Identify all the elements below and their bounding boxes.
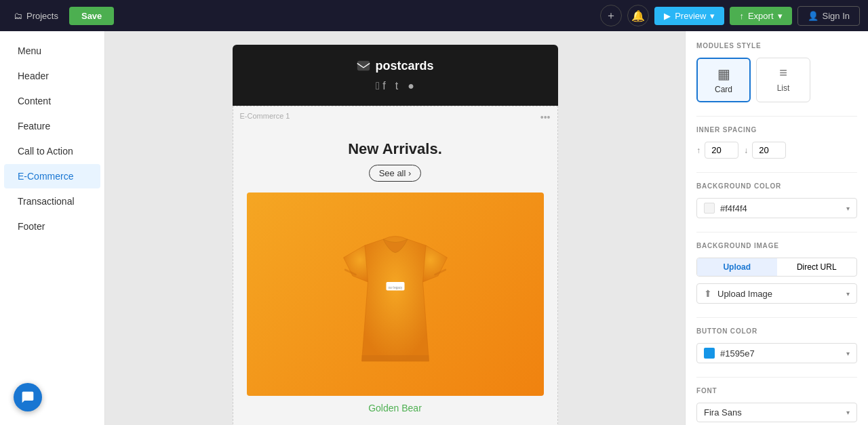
spacing-up-input[interactable]: 20 [705, 142, 738, 159]
modules-style-title: MODULES STYLE [696, 42, 857, 49]
sidebar-item-transactional[interactable]: Transactional [4, 189, 100, 214]
section-options-button[interactable]: ••• [540, 112, 551, 123]
notifications-button[interactable]: 🔔 [627, 5, 649, 26]
logo-text: postcards [375, 59, 433, 73]
font-selector[interactable]: Fira Sans ▾ [696, 403, 857, 422]
svg-text:our legacy: our legacy [388, 286, 403, 289]
chevron-down-bg-icon: ▾ [846, 205, 850, 212]
card-label: Card [705, 85, 743, 94]
button-color-value: #1595e7 [720, 348, 841, 359]
chevron-down-icon-export: ▾ [778, 11, 783, 21]
sidebar-item-footer[interactable]: Footer [4, 214, 100, 239]
bg-image-title: BACKGROUND IMAGE [696, 242, 857, 249]
button-color-title: BUTTON COLOR [696, 327, 857, 335]
sidebar-item-header[interactable]: Header [4, 64, 100, 88]
list-icon: ≡ [764, 65, 803, 81]
logo-icon [356, 58, 371, 73]
email-header-block: postcards  f t ● [233, 45, 558, 106]
chevron-down-upload-icon: ▾ [846, 290, 850, 298]
direct-url-tab-button[interactable]: Direct URL [777, 258, 857, 276]
product-name: Golden Bear [247, 403, 544, 413]
chevron-right-icon: › [408, 168, 411, 178]
sidebar-item-content[interactable]: Content [4, 89, 100, 113]
chat-button[interactable] [14, 383, 42, 411]
upload-image-label: Upload Image [717, 289, 841, 299]
section-title: New Arrivals. [247, 140, 544, 158]
export-button[interactable]: ↑ Export ▾ [730, 7, 791, 25]
divider-5 [696, 377, 857, 378]
divider-4 [696, 317, 857, 318]
divider-1 [696, 116, 857, 117]
divider-3 [696, 232, 857, 232]
svg-rect-0 [357, 61, 370, 71]
module-style-row: ▦ Card ≡ List [696, 58, 857, 102]
inner-spacing-title: INNER SPACING [696, 126, 857, 134]
spacing-up-control: ↑ 20 [696, 142, 738, 159]
chevron-down-btn-icon: ▾ [846, 350, 850, 357]
save-button[interactable]: Save [69, 7, 114, 25]
spacing-row: ↑ 20 ↓ 20 [696, 142, 857, 159]
sidebar-item-menu[interactable]: Menu [4, 39, 100, 63]
product-image: our legacy [247, 193, 544, 396]
font-value: Fira Sans [704, 407, 841, 418]
spacing-down-control: ↓ 20 [744, 142, 786, 159]
button-color-swatch [704, 348, 715, 359]
main-layout: Menu Header Content Feature Call to Acti… [0, 31, 868, 425]
topbar: 🗂 Projects Save ＋ 🔔 ▶ Preview ▾ ↑ Export… [0, 0, 868, 31]
bg-color-swatch [704, 203, 715, 214]
list-label: List [764, 83, 803, 93]
chat-icon [21, 390, 35, 404]
user-icon: 👤 [808, 11, 818, 21]
bg-color-picker[interactable]: #f4f4f4 ▾ [696, 198, 857, 218]
font-title: FONT [696, 387, 857, 394]
section-content: New Arrivals. See all › [233, 106, 557, 425]
upload-icon: ⬆ [704, 288, 712, 299]
sidebar-item-call-to-action[interactable]: Call to Action [4, 139, 100, 163]
arrow-down-icon: ↓ [744, 146, 748, 155]
projects-button[interactable]: 🗂 Projects [8, 8, 64, 24]
email-logo: postcards [246, 58, 545, 73]
instagram-icon[interactable]: ● [408, 80, 414, 92]
spacing-down-input[interactable]: 20 [752, 142, 786, 159]
module-style-card-button[interactable]: ▦ Card [696, 58, 751, 102]
preview-button[interactable]: ▶ Preview ▾ [654, 7, 724, 25]
canvas-inner: postcards  f t ● E-Commerce 1 ••• New A… [233, 45, 558, 411]
email-social:  f t ● [246, 80, 545, 92]
bg-color-value: #f4f4f4 [720, 203, 841, 214]
bg-image-tabs: Upload Direct URL [696, 258, 857, 277]
ecommerce-section: E-Commerce 1 ••• New Arrivals. See all › [233, 106, 558, 425]
right-panel: MODULES STYLE ▦ Card ≡ List INNER SPACIN… [685, 31, 868, 425]
divider-2 [696, 172, 857, 173]
arrow-up-icon: ↑ [696, 146, 701, 155]
facebook-icon[interactable]:  f [376, 80, 386, 92]
module-style-list-button[interactable]: ≡ List [756, 58, 810, 102]
export-icon: ↑ [739, 11, 744, 21]
folder-icon: 🗂 [14, 11, 22, 21]
see-all-button[interactable]: See all › [369, 165, 422, 182]
projects-label: Projects [26, 11, 58, 21]
sidebar-item-feature[interactable]: Feature [4, 114, 100, 138]
sidebar-item-ecommerce[interactable]: E-Commerce [4, 164, 100, 188]
upload-tab-button[interactable]: Upload [697, 258, 777, 276]
bg-color-title: BACKGROUND COLOR [696, 182, 857, 190]
play-icon: ▶ [664, 11, 671, 21]
chevron-down-font-icon: ▾ [846, 409, 850, 416]
card-grid-icon: ▦ [705, 66, 743, 82]
add-button[interactable]: ＋ [600, 5, 622, 26]
section-label: E-Commerce 1 [240, 112, 290, 120]
upload-image-row[interactable]: ⬆ Upload Image ▾ [696, 283, 857, 304]
canvas: postcards  f t ● E-Commerce 1 ••• New A… [105, 31, 685, 425]
sweater-svg: our legacy [334, 220, 456, 369]
chevron-down-icon: ▾ [710, 11, 715, 21]
signin-button[interactable]: 👤 Sign In [797, 6, 860, 26]
twitter-icon[interactable]: t [395, 80, 398, 92]
button-color-picker[interactable]: #1595e7 ▾ [696, 343, 857, 363]
sidebar: Menu Header Content Feature Call to Acti… [0, 31, 105, 425]
